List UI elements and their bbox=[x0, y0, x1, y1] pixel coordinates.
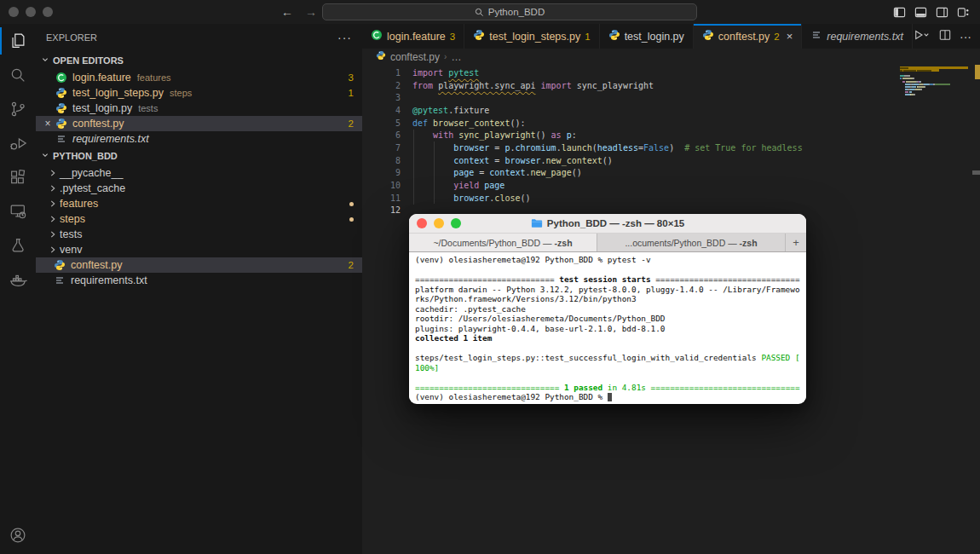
open-editors-header[interactable]: OPEN EDITORS bbox=[36, 51, 362, 70]
forward-arrow-icon[interactable]: → bbox=[305, 5, 317, 19]
terminal-new-tab-button[interactable]: + bbox=[786, 234, 806, 251]
terminal-tab-bar: ~/Documents/Python_BDD — -zsh...ocuments… bbox=[409, 234, 806, 252]
breadcrumb-file[interactable]: conftest.py bbox=[390, 51, 440, 63]
activity-source-control-icon[interactable] bbox=[0, 92, 36, 126]
chevron-down-icon bbox=[39, 54, 51, 67]
code-line-5[interactable]: 5def browser_context(): bbox=[362, 117, 980, 130]
code-line-3[interactable]: 3 bbox=[362, 91, 980, 104]
command-center-search[interactable]: Python_BDD bbox=[322, 3, 697, 20]
code-line-8[interactable]: 8 context = browser.new_context() bbox=[362, 154, 980, 167]
code-line-2[interactable]: 2from playwright.sync_api import sync_pl… bbox=[362, 79, 980, 92]
activity-extensions-icon[interactable] bbox=[0, 160, 36, 194]
minimap[interactable] bbox=[900, 66, 968, 99]
open-editor-test_login.py[interactable]: test_login.pytests bbox=[36, 101, 362, 116]
problem-badge: 2 bbox=[349, 260, 354, 270]
back-arrow-icon[interactable]: ← bbox=[281, 5, 293, 19]
terminal-line: steps/test_login_steps.py::test_successf… bbox=[415, 353, 806, 363]
project-section-header[interactable]: PYTHON_BDD bbox=[36, 147, 362, 165]
chevron-right-icon bbox=[47, 167, 59, 179]
code-line-7[interactable]: 7 browser = p.chromium.launch(headless=F… bbox=[362, 141, 980, 154]
line-number: 9 bbox=[362, 168, 401, 177]
code-line-9[interactable]: 9 page = context.new_page() bbox=[362, 167, 980, 180]
folder-tests[interactable]: tests bbox=[36, 227, 362, 242]
item-name: .pytest_cache bbox=[60, 182, 125, 194]
toggle-sidebar-icon[interactable] bbox=[893, 6, 906, 19]
zoom-window-button[interactable] bbox=[43, 7, 53, 17]
close-icon[interactable]: × bbox=[787, 30, 793, 43]
terminal-tab[interactable]: ~/Documents/Python_BDD — -zsh bbox=[409, 234, 597, 251]
breadcrumb-separator: › bbox=[444, 52, 447, 61]
file-name: test_login_steps.py bbox=[72, 87, 164, 99]
open-editor-requirements.txt[interactable]: requirements.txt bbox=[36, 131, 362, 147]
tab-conftest.py[interactable]: conftest.py2× bbox=[694, 24, 802, 49]
folder-venv[interactable]: venv bbox=[36, 242, 362, 257]
explorer-more-actions[interactable]: ··· bbox=[337, 31, 352, 44]
code-line-6[interactable]: 6 with sync_playwright() as p: bbox=[362, 129, 980, 141]
line-number: 11 bbox=[362, 193, 401, 203]
code-line-1[interactable]: 1import pytest bbox=[362, 66, 980, 79]
toggle-secondary-sidebar-icon[interactable] bbox=[936, 6, 948, 19]
code-line-10[interactable]: 10 yield page bbox=[362, 179, 980, 192]
code-text: import pytest bbox=[401, 68, 479, 78]
folder-features[interactable]: features bbox=[36, 196, 362, 211]
terminal-line: plugins: playwright-0.4.4, base-url-2.1.… bbox=[415, 324, 806, 334]
tab-test_login_steps.py[interactable]: test_login_steps.py1 bbox=[464, 24, 599, 49]
activity-explorer-icon[interactable] bbox=[0, 24, 36, 58]
terminal-line: collected 1 item bbox=[415, 333, 806, 343]
search-icon bbox=[475, 8, 484, 17]
code-text: @pytest.fixture bbox=[401, 106, 489, 115]
minimize-window-button[interactable] bbox=[26, 7, 36, 17]
file-name: conftest.py bbox=[72, 118, 124, 130]
terminal-line: (venv) olesiasheremeta@192 Python_BDD % … bbox=[415, 255, 806, 265]
file-requirements.txt[interactable]: requirements.txt bbox=[36, 273, 362, 288]
terminal-tab[interactable]: ...ocuments/Python_BDD — -zsh bbox=[597, 234, 786, 251]
folder-.pytest_cache[interactable]: .pytest_cache bbox=[36, 181, 362, 196]
sidebar-title: EXPLORER bbox=[46, 32, 97, 43]
open-editor-login.feature[interactable]: login.featurefeatures3 bbox=[36, 70, 362, 85]
terminal-line bbox=[415, 372, 806, 383]
activity-run-debug-icon[interactable] bbox=[0, 126, 36, 160]
folder-steps[interactable]: steps bbox=[36, 211, 362, 227]
terminal-line: ============================= test sessi… bbox=[415, 274, 806, 285]
terminal-titlebar[interactable]: Python_BDD — -zsh — 80×15 bbox=[409, 214, 806, 234]
tab-problem-badge: 3 bbox=[450, 32, 455, 42]
open-editor-test_login_steps.py[interactable]: test_login_steps.pysteps1 bbox=[36, 85, 362, 101]
item-name: tests bbox=[60, 228, 82, 240]
tab-label: test_login.py bbox=[625, 31, 684, 43]
customize-layout-icon[interactable] bbox=[957, 6, 970, 19]
terminal-line: platform darwin -- Python 3.12.2, pytest… bbox=[415, 285, 806, 295]
tab-test_login.py[interactable]: test_login.py bbox=[600, 24, 694, 49]
toggle-panel-icon[interactable] bbox=[914, 6, 927, 19]
text-file-icon bbox=[55, 133, 67, 145]
breadcrumb-symbol[interactable]: … bbox=[451, 51, 461, 63]
code-line-11[interactable]: 11 browser.close() bbox=[362, 192, 980, 205]
tab-login.feature[interactable]: login.feature3 bbox=[362, 24, 464, 49]
close-window-button[interactable] bbox=[9, 7, 19, 17]
code-text: context = browser.new_context() bbox=[401, 156, 613, 165]
code-text: def browser_context(): bbox=[401, 118, 525, 128]
file-conftest.py[interactable]: conftest.py2 bbox=[36, 257, 362, 273]
activity-search-icon[interactable] bbox=[0, 58, 36, 92]
activity-remote-explorer-icon[interactable] bbox=[0, 194, 36, 228]
split-editor-icon[interactable] bbox=[939, 29, 951, 43]
line-number: 3 bbox=[362, 93, 401, 102]
folder-__pycache__[interactable]: __pycache__ bbox=[36, 165, 362, 181]
close-icon[interactable]: × bbox=[41, 118, 55, 130]
open-editor-conftest.py[interactable]: ×conftest.py2 bbox=[36, 116, 362, 131]
run-button[interactable] bbox=[914, 29, 931, 43]
vscode-window: ← → Python_BDD EXPLORER ··· OPEN EDITORS bbox=[0, 0, 980, 554]
file-name: requirements.txt bbox=[72, 133, 149, 145]
terminal-line: ============================== 1 passed … bbox=[415, 383, 806, 393]
tab-requirements.txt[interactable]: requirements.txt bbox=[802, 24, 913, 49]
python-icon bbox=[55, 118, 67, 130]
activity-testing-icon[interactable] bbox=[0, 228, 36, 263]
chevron-right-icon bbox=[47, 244, 59, 256]
code-line-4[interactable]: 4@pytest.fixture bbox=[362, 104, 980, 117]
account-icon[interactable] bbox=[0, 518, 36, 552]
terminal-line: 100%] bbox=[415, 363, 806, 373]
folder-icon bbox=[531, 218, 543, 228]
gherkin-icon bbox=[55, 72, 67, 84]
editor-more-actions[interactable]: ··· bbox=[960, 30, 971, 43]
search-text: Python_BDD bbox=[488, 7, 545, 17]
activity-docker-icon[interactable] bbox=[0, 263, 36, 297]
